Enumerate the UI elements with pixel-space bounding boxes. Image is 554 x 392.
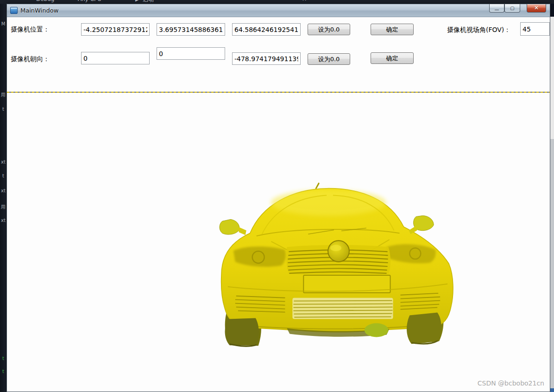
window-title: MainWindow [20,7,58,14]
maximize-icon: ▢ [510,6,514,11]
main-window: MainWindow — ▢ ✕ 摄像机位置： 设为0.0 确定 摄像机视场角(… [6,4,550,392]
minimize-button[interactable]: — [489,4,504,13]
ide-debug-dropdown[interactable]: Debug [36,0,54,2]
ide-start-button[interactable]: 启动 [143,0,154,4]
camera-direction-x-input[interactable] [81,52,150,64]
ide-glyph: t [0,173,6,178]
camera-position-y-input[interactable] [157,23,225,36]
ide-background-left-strip: M 用 t xt t xt 用 xt t t [0,4,6,392]
fov-input[interactable] [520,22,550,36]
direction-confirm-button[interactable]: 确定 [371,52,414,64]
ide-glyph: M [0,21,6,26]
ide-platform-dropdown[interactable]: Any CPU [78,0,101,2]
scrollbar-thumb[interactable] [550,139,554,388]
ide-glyph: 用 [0,204,6,210]
ide-glyph: xt [0,188,6,193]
ide-glyph: xt [0,159,6,164]
camera-direction-z-input[interactable] [232,52,301,65]
stop-icon: ✕ [302,0,307,2]
screen: Debug Any CPU ▶ 启动 ✕ M 用 t xt t xt 用 xt … [0,0,554,392]
close-button[interactable]: ✕ [527,4,546,13]
minimize-icon: — [495,7,499,12]
vertical-scrollbar[interactable] [550,17,554,388]
ide-glyph: 用 [0,92,6,98]
titlebar[interactable]: MainWindow — ▢ ✕ [7,4,550,17]
watermark: CSDN @bcbobo21cn [478,379,544,387]
direction-set-zero-button[interactable]: 设为0.0 [308,53,350,65]
camera-position-z-input[interactable] [232,23,301,36]
car-3d-model [218,182,458,350]
position-confirm-button[interactable]: 确定 [371,24,414,35]
close-icon: ✕ [534,5,539,11]
ide-glyph: t [0,369,6,374]
camera-direction-label: 摄像机朝向： [11,55,50,63]
3d-viewport[interactable]: CSDN @bcbobo21cn [7,93,550,392]
ide-glyph: t [0,107,6,112]
fov-label: 摄像机视场角(FOV)： [447,26,510,34]
ide-background-toolbar: Debug Any CPU ▶ 启动 ✕ [0,0,554,4]
ide-glyph: t [0,356,6,361]
ide-glyph: xt [0,218,6,223]
position-set-zero-button[interactable]: 设为0.0 [308,24,350,35]
window-icon [10,7,18,14]
camera-direction-y-input[interactable] [157,47,225,60]
ide-corner-fragment [550,388,554,392]
camera-position-label: 摄像机位置： [11,25,50,34]
maximize-button[interactable]: ▢ [504,4,520,13]
window-client-area: 摄像机位置： 设为0.0 确定 摄像机视场角(FOV)： 摄像机朝向： 设为0.… [7,17,550,392]
camera-position-x-input[interactable] [81,23,150,36]
run-icon: ▶ [135,0,139,2]
